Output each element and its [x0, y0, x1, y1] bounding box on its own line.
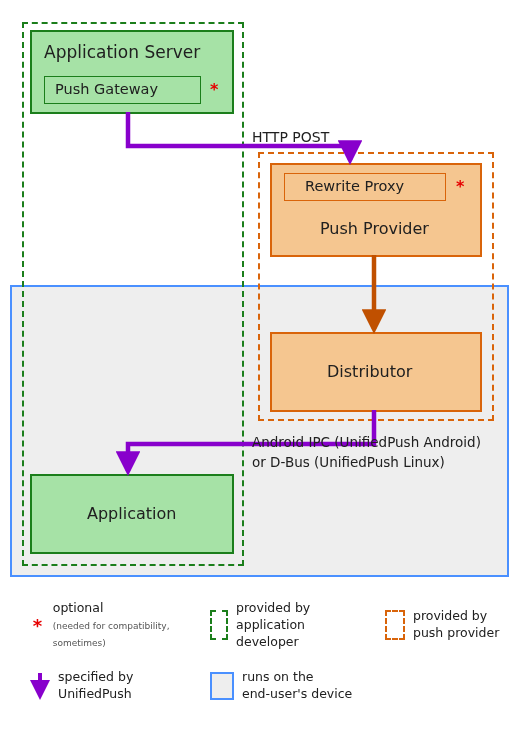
legend-orange-dashed-icon — [385, 610, 405, 640]
legend-row-2: specified by UnifiedPush runs on the end… — [30, 669, 500, 703]
ipc-label: Android IPC (UnifiedPush Android) or D-B… — [252, 432, 498, 473]
legend-blue-box-icon — [210, 672, 234, 700]
legend-optional-text: optional — [53, 600, 104, 615]
ipc-label-line1: Android IPC (UnifiedPush Android) — [252, 434, 481, 450]
optional-asterisk-proxy: * — [456, 177, 464, 196]
distributor-box: Distributor — [270, 332, 482, 412]
optional-asterisk-gateway: * — [210, 80, 218, 99]
application-label: Application — [87, 504, 176, 523]
application-server-label: Application Server — [44, 42, 200, 62]
ipc-label-line2: or D-Bus (UnifiedPush Linux) — [252, 454, 445, 470]
legend-provided-dev-l1: provided by — [236, 600, 310, 615]
rewrite-proxy-label: Rewrite Proxy — [305, 178, 404, 194]
push-gateway-label: Push Gateway — [55, 81, 158, 97]
http-post-label: HTTP POST — [252, 129, 329, 145]
legend-asterisk-icon: * — [30, 615, 45, 636]
diagram-canvas: Application Server Push Gateway * Rewrit… — [0, 0, 520, 737]
push-provider-box: Rewrite Proxy * Push Provider — [270, 163, 482, 257]
legend-runs: runs on the end-user's device — [210, 669, 352, 703]
legend-green-dashed-icon — [210, 610, 228, 640]
legend-provided-dev: provided by application developer — [210, 600, 355, 651]
push-provider-label: Push Provider — [320, 219, 429, 238]
legend-provided-pp: provided by push provider — [385, 608, 499, 642]
legend-runs-l2: end-user's device — [242, 686, 352, 701]
legend: * optional (needed for compatibility, so… — [30, 600, 500, 720]
rewrite-proxy-box: Rewrite Proxy — [284, 173, 446, 201]
application-server-box: Application Server Push Gateway * — [30, 30, 234, 114]
legend-optional: * optional (needed for compatibility, so… — [30, 600, 180, 651]
legend-row-1: * optional (needed for compatibility, so… — [30, 600, 500, 651]
application-box: Application — [30, 474, 234, 554]
legend-specified-l1: specified by — [58, 669, 133, 684]
legend-provided-pp-l2: push provider — [413, 625, 499, 640]
legend-provided-pp-l1: provided by — [413, 608, 487, 623]
distributor-label: Distributor — [327, 362, 412, 381]
legend-runs-l1: runs on the — [242, 669, 314, 684]
legend-specified: specified by UnifiedPush — [30, 669, 180, 703]
push-gateway-box: Push Gateway — [44, 76, 201, 104]
legend-purple-arrow-icon — [30, 671, 50, 701]
legend-specified-l2: UnifiedPush — [58, 686, 132, 701]
legend-optional-sub: (needed for compatibility, sometimes) — [53, 621, 170, 648]
legend-provided-dev-l2: application developer — [236, 617, 305, 649]
